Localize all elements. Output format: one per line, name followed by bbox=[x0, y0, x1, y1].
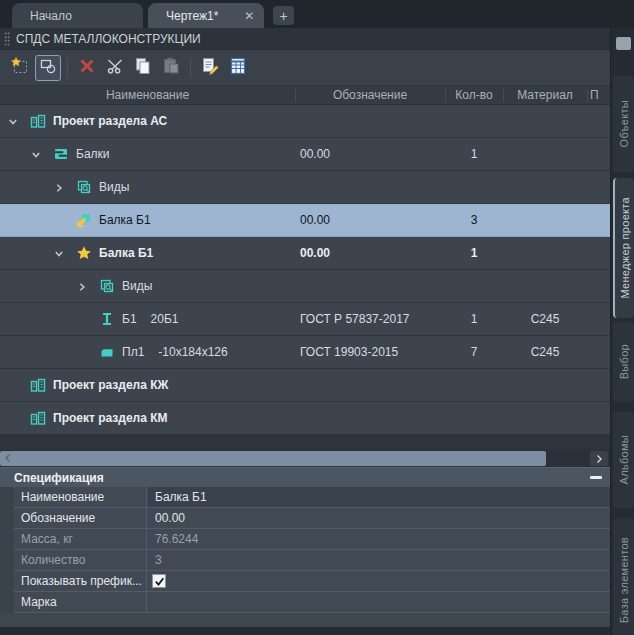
spec-property-value[interactable]: 00.00 bbox=[148, 508, 610, 528]
tree-row[interactable]: Балка Б100.001 bbox=[0, 237, 610, 270]
application-window: Начало Чертеж1* ✕ + СПДС МЕТАЛЛОКОНСТРУК… bbox=[0, 0, 634, 635]
column-header-note[interactable]: П bbox=[590, 86, 610, 105]
sidebar-top-button[interactable] bbox=[616, 37, 631, 50]
building-icon bbox=[30, 113, 46, 132]
cell-designation: ГОСТ Р 57837-2017 bbox=[300, 303, 410, 335]
tree-item-label: Виды bbox=[99, 171, 129, 203]
spec-property-label: Масса, кг bbox=[14, 529, 147, 549]
cut-button[interactable] bbox=[102, 55, 128, 81]
building-icon bbox=[30, 410, 46, 429]
tree-row[interactable]: Б120Б1ГОСТ Р 57837-20171С245 bbox=[0, 303, 610, 336]
new-group-button[interactable] bbox=[7, 55, 33, 81]
delete-button[interactable] bbox=[74, 55, 100, 81]
specification-header[interactable]: Спецификация bbox=[0, 467, 610, 487]
column-header-material[interactable]: Материал bbox=[503, 86, 587, 105]
side-tab-label: Выбор bbox=[618, 344, 630, 379]
tree-item-label: Пл1-10x184x126 bbox=[122, 336, 228, 368]
spec-row: Количество3 bbox=[0, 550, 610, 571]
specification-property-grid: НаименованиеБалка Б1Обозначение00.00Масс… bbox=[0, 487, 610, 613]
spds-panel: СПДС МЕТАЛЛОКОНСТРУКЦИИ Наименование Обо… bbox=[0, 28, 610, 635]
column-header-name[interactable]: Наименование bbox=[0, 86, 295, 105]
side-tab-1[interactable]: Объекты bbox=[613, 76, 634, 172]
tree-row[interactable]: Пл1-10x184x126ГОСТ 19903-20157С245 bbox=[0, 336, 610, 369]
views-icon bbox=[76, 179, 92, 198]
horizontal-scrollbar[interactable] bbox=[0, 450, 610, 467]
copy-button[interactable] bbox=[130, 55, 156, 81]
tree-item-label: Проект раздела АС bbox=[53, 105, 167, 137]
spec-property-label: Обозначение bbox=[14, 508, 147, 528]
tree-item-label: Проект раздела КЖ bbox=[53, 369, 168, 401]
tree-item-size: -10x184x126 bbox=[158, 345, 227, 359]
spec-row-gutter bbox=[0, 592, 14, 613]
plate-icon bbox=[99, 344, 115, 363]
column-header-designation[interactable]: Обозначение bbox=[295, 86, 445, 105]
column-header-quantity[interactable]: Кол-во bbox=[445, 86, 503, 105]
star-icon bbox=[76, 245, 92, 264]
checkbox[interactable] bbox=[152, 574, 166, 588]
new-tab-button[interactable]: + bbox=[273, 6, 294, 25]
spec-property-value[interactable]: Балка Б1 bbox=[148, 487, 610, 507]
cut-icon bbox=[105, 56, 125, 79]
cell-quantity: 1 bbox=[445, 138, 503, 170]
side-tab-label: Объекты bbox=[618, 100, 630, 147]
side-tab-label: Альбомы bbox=[618, 435, 630, 484]
edit-document-button[interactable] bbox=[197, 55, 223, 81]
tab-drawing1[interactable]: Чертеж1* ✕ bbox=[148, 3, 264, 28]
grid-header-row: Наименование Обозначение Кол-во Материал… bbox=[0, 86, 610, 105]
spec-property-label: Количество bbox=[14, 550, 147, 570]
side-tab-2[interactable]: Менеджер проекта bbox=[613, 178, 634, 318]
chevron-down-icon[interactable] bbox=[31, 149, 41, 163]
ibeam-icon bbox=[99, 311, 115, 330]
drag-grip-icon[interactable] bbox=[4, 32, 10, 46]
scroll-right-button[interactable] bbox=[590, 451, 608, 466]
cell-material: С245 bbox=[503, 303, 587, 335]
panel-titlebar[interactable]: СПДС МЕТАЛЛОКОНСТРУКЦИИ bbox=[0, 28, 610, 50]
side-tab-3[interactable]: Выбор bbox=[613, 322, 634, 402]
column-divider[interactable] bbox=[295, 89, 296, 102]
paste-icon bbox=[161, 56, 181, 79]
collapse-minus-icon[interactable] bbox=[590, 476, 602, 479]
tree-row[interactable]: Балка Б100.003 bbox=[0, 204, 610, 237]
cell-designation: 00.00 bbox=[300, 138, 330, 170]
tree-row[interactable]: Проект раздела КЖ bbox=[0, 369, 610, 402]
column-divider[interactable] bbox=[445, 89, 446, 102]
tab-drawing1-label: Чертеж1* bbox=[166, 9, 218, 23]
beams-icon bbox=[53, 146, 69, 165]
tab-start[interactable]: Начало bbox=[12, 3, 143, 28]
scrollbar-thumb[interactable] bbox=[0, 451, 546, 466]
tree-row[interactable]: Проект раздела АС bbox=[0, 105, 610, 138]
chevron-right-icon[interactable] bbox=[54, 182, 64, 196]
column-divider[interactable] bbox=[587, 89, 588, 102]
spec-property-value[interactable]: 76.6244 bbox=[148, 529, 610, 549]
side-tabstrip: ОбъектыМенеджер проектаВыборАльбомыБаза … bbox=[610, 28, 634, 635]
spec-row: Масса, кг76.6244 bbox=[0, 529, 610, 550]
tree-item-size: 20Б1 bbox=[151, 312, 179, 326]
column-divider[interactable] bbox=[503, 89, 504, 102]
tree-item-label: Балка Б1 bbox=[99, 237, 153, 269]
specification-button[interactable] bbox=[225, 55, 251, 81]
tree-row[interactable]: Балки00.001 bbox=[0, 138, 610, 171]
spec-property-value[interactable]: 3 bbox=[148, 550, 610, 570]
chevron-down-icon[interactable] bbox=[54, 248, 64, 262]
scroll-left-icon[interactable] bbox=[3, 452, 13, 466]
tree-item-label: Проект раздела КМ bbox=[53, 402, 168, 434]
spec-row: НаименованиеБалка Б1 bbox=[0, 487, 610, 508]
tree-item-label: Балки bbox=[76, 138, 110, 170]
cell-quantity: 3 bbox=[445, 204, 503, 236]
chevron-right-icon[interactable] bbox=[77, 281, 87, 295]
tree-item-label: Балка Б1 bbox=[99, 204, 151, 236]
cell-quantity: 1 bbox=[445, 237, 503, 269]
tab-close-icon[interactable]: ✕ bbox=[244, 9, 254, 23]
side-tab-4[interactable]: Альбомы bbox=[613, 412, 634, 508]
side-tab-5[interactable]: База элементов bbox=[613, 518, 634, 635]
edit-document-icon bbox=[200, 56, 220, 79]
spec-property-label: Марка bbox=[14, 592, 147, 612]
spec-property-value[interactable] bbox=[148, 592, 610, 612]
overlap-select-button[interactable] bbox=[35, 55, 61, 81]
chevron-down-icon[interactable] bbox=[8, 116, 18, 130]
tree-row[interactable]: Виды bbox=[0, 270, 610, 303]
cell-quantity: 7 bbox=[445, 336, 503, 368]
tree-row[interactable]: Виды bbox=[0, 171, 610, 204]
scroll-right-icon bbox=[594, 454, 604, 464]
tree-row[interactable]: Проект раздела КМ bbox=[0, 402, 610, 435]
